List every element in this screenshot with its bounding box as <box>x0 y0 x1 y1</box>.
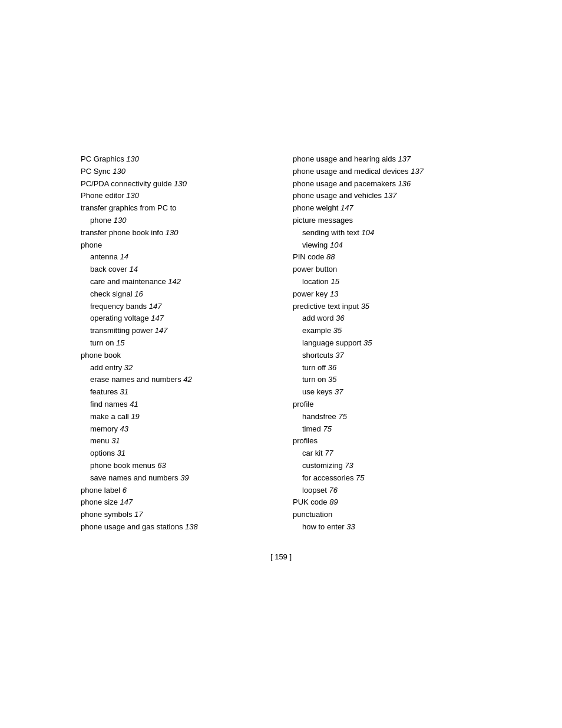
list-item: car kit 77 <box>302 447 481 460</box>
list-item: phone usage and vehicles 137 <box>293 190 481 202</box>
term-label: phone usage and hearing aids <box>293 154 398 163</box>
list-item: predictive text input 35 <box>293 301 481 313</box>
term-label: PC Sync <box>81 167 113 176</box>
page-num: 137 <box>411 167 424 176</box>
list-item: menu 31 <box>90 435 269 447</box>
page-num: 6 <box>123 486 127 495</box>
term-label: loopset <box>302 486 329 495</box>
term-label: antenna <box>90 252 120 261</box>
term-label: phone book menus <box>90 461 157 470</box>
list-item: phone usage and medical devices 137 <box>293 166 481 178</box>
term-label: customizing <box>302 461 345 470</box>
term-label: PC Graphics <box>81 154 126 163</box>
page-num: 35 <box>333 326 342 335</box>
list-item: features 31 <box>90 386 269 398</box>
term-label: transfer phone book info <box>81 228 166 237</box>
term-label: turn off <box>302 363 328 372</box>
term-label: phone usage and pacemakers <box>293 179 398 188</box>
page-num: 33 <box>346 522 355 531</box>
list-item: frequency bands 147 <box>90 301 269 313</box>
list-item: location 15 <box>302 276 481 288</box>
page-num: 130 <box>126 154 139 163</box>
page-num: 35 <box>328 375 336 384</box>
term-label: use keys <box>302 387 335 396</box>
term-label: options <box>90 449 117 457</box>
term-label: predictive text input <box>293 302 361 311</box>
page-num: 43 <box>120 424 128 433</box>
page-num: 63 <box>157 461 166 470</box>
page-num: 104 <box>330 241 343 249</box>
term-label: phone <box>81 241 102 249</box>
page-num: 130 <box>166 228 178 237</box>
list-item: for accessories 75 <box>302 472 481 485</box>
list-item: loopset 76 <box>302 485 481 497</box>
term-label: add word <box>302 314 336 322</box>
page-num: 147 <box>120 498 133 506</box>
page-num: 32 <box>124 363 133 372</box>
page-num: 36 <box>336 314 344 322</box>
term-label: example <box>302 326 333 335</box>
term-label: power key <box>293 289 330 298</box>
term-label: punctuation <box>293 510 332 519</box>
term-label: phone size <box>81 498 120 506</box>
list-item: find names 41 <box>90 398 269 411</box>
term-label: phone <box>90 216 114 225</box>
page-num: 13 <box>330 289 338 298</box>
list-item: power button <box>293 263 481 276</box>
list-item: check signal 16 <box>90 288 269 301</box>
list-item: power key 13 <box>293 288 481 301</box>
term-label: phone usage and vehicles <box>293 191 384 200</box>
list-item: phone book menus 63 <box>90 460 269 472</box>
page-num: 147 <box>151 314 164 322</box>
list-item: options 31 <box>90 447 269 460</box>
page-num: 88 <box>326 252 335 261</box>
page-num: 37 <box>335 387 343 396</box>
page-num: 147 <box>155 326 168 335</box>
term-label: PUK code <box>293 498 329 506</box>
term-label: language support <box>302 338 363 347</box>
page-num: 16 <box>134 289 143 298</box>
page-num: 15 <box>116 338 124 347</box>
page-num: 75 <box>338 412 346 421</box>
term-label: profile <box>293 400 313 409</box>
list-item: transmitting power 147 <box>90 325 269 337</box>
term-label: transmitting power <box>90 326 155 335</box>
page-num: 130 <box>114 216 127 225</box>
list-item: add word 36 <box>302 312 481 325</box>
term-label: phone usage and medical devices <box>293 167 411 176</box>
term-label: care and maintenance <box>90 277 168 286</box>
list-item: turn on 35 <box>302 374 481 386</box>
page-num: 19 <box>131 412 139 421</box>
list-item: shortcuts 37 <box>302 350 481 362</box>
page-num: 137 <box>384 191 397 200</box>
page-num: 31 <box>111 436 120 445</box>
list-item: phone book <box>81 350 269 362</box>
page-num: 17 <box>134 510 143 519</box>
term-label: back cover <box>90 265 129 274</box>
page-num: 147 <box>149 302 162 311</box>
list-item: example 35 <box>302 325 481 337</box>
list-item: profile <box>293 398 481 411</box>
term-label: phone book <box>81 351 121 360</box>
list-item: customizing 73 <box>302 460 481 472</box>
list-item: turn on 15 <box>90 337 269 350</box>
page-num: 130 <box>174 179 187 188</box>
page-num: 41 <box>130 400 138 409</box>
page-num: 77 <box>325 449 333 457</box>
list-item: transfer graphics from PC to <box>81 202 269 215</box>
term-label: check signal <box>90 289 134 298</box>
term-label: picture messages <box>293 216 353 225</box>
term-label: add entry <box>90 363 124 372</box>
list-item: phone symbols 17 <box>81 509 269 521</box>
term-label: viewing <box>302 241 330 249</box>
term-label: phone weight <box>293 203 340 212</box>
page-num: 35 <box>361 302 369 311</box>
page-num: 14 <box>129 265 137 274</box>
list-item: picture messages <box>293 215 481 227</box>
term-label: location <box>302 277 330 286</box>
page-num: 142 <box>168 277 181 286</box>
term-label: phone symbols <box>81 510 134 519</box>
list-item: antenna 14 <box>90 251 269 263</box>
list-item: phone weight 147 <box>293 202 481 215</box>
page-num: 147 <box>340 203 353 212</box>
